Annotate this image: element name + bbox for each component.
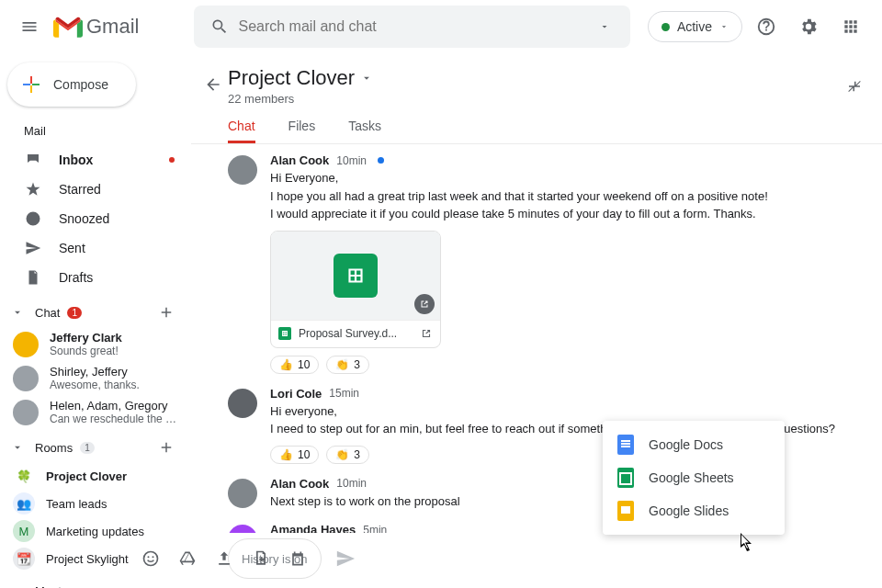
room-title[interactable]: Project Clover: [228, 66, 867, 90]
back-button[interactable]: [198, 70, 228, 99]
nav-item-starred[interactable]: Starred: [0, 175, 191, 204]
reaction-chip[interactable]: 👍10: [270, 446, 319, 464]
main-menu-button[interactable]: [7, 5, 51, 49]
calendar-button[interactable]: [284, 545, 311, 572]
main-panel: Project Clover 22 members ChatFilesTasks…: [191, 53, 882, 588]
svg-point-3: [152, 556, 153, 558]
plus-icon: [20, 74, 42, 96]
meet-section-header[interactable]: Meet: [0, 576, 191, 588]
avatar: [13, 400, 39, 425]
tab-chat[interactable]: Chat: [228, 111, 255, 143]
help-icon: [756, 17, 776, 37]
chevron-down-icon: [11, 584, 24, 588]
svg-point-2: [147, 556, 149, 558]
new-indicator-icon: [378, 157, 384, 164]
nav-item-inbox[interactable]: Inbox: [0, 145, 191, 175]
reaction-chip[interactable]: 👏3: [326, 446, 369, 464]
nav-item-drafts[interactable]: Drafts: [0, 263, 191, 292]
rooms-badge: 1: [80, 442, 95, 454]
apps-grid-icon: [842, 17, 860, 36]
logo-text: Gmail: [86, 15, 139, 39]
search-input[interactable]: [238, 18, 586, 35]
upload-button[interactable]: [210, 545, 238, 572]
message-author: Alan Cook: [270, 153, 329, 167]
docs-icon: [617, 435, 634, 455]
compose-button[interactable]: Compose: [7, 62, 136, 107]
popout-button[interactable]: [414, 294, 435, 314]
menu-item-slides[interactable]: Google Slides: [603, 494, 785, 527]
chat-conversation[interactable]: Jeffery ClarkSounds great!: [0, 327, 191, 361]
plus-icon: [158, 439, 175, 456]
send-button[interactable]: [327, 540, 364, 577]
starred-icon: [24, 181, 42, 198]
support-button[interactable]: [748, 8, 785, 45]
emoji-icon: [141, 549, 160, 568]
chevron-down-icon: [11, 306, 24, 319]
status-selector[interactable]: Active: [648, 11, 742, 42]
attachment-card[interactable]: Proposal Survey.d...: [270, 231, 441, 348]
reactions: 👍10👏3: [270, 356, 860, 374]
sheets-icon: [617, 468, 634, 488]
caret-down-icon: [360, 72, 373, 85]
room-avatar: M: [13, 520, 35, 542]
rooms-section-header[interactable]: Rooms 1: [0, 433, 191, 462]
chat-conversation[interactable]: Shirley, JefferyAwesome, thanks.: [0, 361, 191, 395]
room-item[interactable]: MMarketing updates: [0, 517, 191, 545]
sidebar: Compose Mail InboxStarredSnoozedSentDraf…: [0, 53, 191, 588]
tab-files[interactable]: Files: [288, 111, 316, 143]
settings-button[interactable]: [790, 8, 827, 45]
drive-icon: [178, 549, 197, 568]
drive-button[interactable]: [174, 545, 201, 572]
chat-conversation[interactable]: Helen, Adam, GregoryCan we reschedule th…: [0, 395, 191, 429]
arrow-left-icon: [204, 75, 222, 94]
send-icon: [335, 548, 356, 569]
menu-item-docs[interactable]: Google Docs: [603, 428, 785, 461]
emoji-button[interactable]: [137, 545, 164, 572]
caret-down-icon: [599, 21, 610, 32]
chat-section-header[interactable]: Chat 1: [0, 298, 191, 327]
room-item[interactable]: 🍀Project Clover: [0, 462, 191, 490]
room-item[interactable]: 👥Team leads: [0, 490, 191, 517]
message-text: Hi Everyone,I hope you all had a great t…: [270, 169, 860, 223]
unread-dot-icon: [169, 157, 175, 163]
room-member-count[interactable]: 22 members: [228, 92, 867, 106]
top-bar: Gmail Active: [0, 0, 882, 53]
message-author: Amanda Hayes: [270, 523, 356, 533]
gmail-logo[interactable]: Gmail: [53, 15, 139, 39]
nav-item-snoozed[interactable]: Snoozed: [0, 204, 191, 233]
new-chat-button[interactable]: [156, 302, 176, 322]
mail-section-header[interactable]: Mail: [0, 116, 191, 145]
room-avatar: 📆: [13, 548, 35, 570]
nav-item-sent[interactable]: Sent: [0, 233, 191, 263]
attachment-preview: [271, 232, 440, 320]
room-tabs: ChatFilesTasks: [191, 111, 882, 144]
reaction-chip[interactable]: 👍10: [270, 356, 319, 374]
search-options-button[interactable]: [586, 21, 623, 32]
sheets-logo-icon: [334, 254, 378, 298]
menu-item-sheets[interactable]: Google Sheets: [603, 461, 785, 494]
create-document-menu: Google DocsGoogle SheetsGoogle Slides: [603, 421, 785, 535]
drafts-icon: [24, 269, 42, 286]
hamburger-icon: [20, 17, 39, 36]
search-icon[interactable]: [201, 17, 238, 36]
slides-icon: [617, 501, 634, 521]
reaction-chip[interactable]: 👏3: [326, 356, 369, 374]
snoozed-icon: [24, 210, 42, 227]
chat-message: Alan Cook10minHi Everyone,I hope you all…: [228, 153, 860, 374]
apps-button[interactable]: [832, 8, 869, 45]
tab-tasks[interactable]: Tasks: [348, 111, 381, 143]
message-time: 15min: [329, 387, 359, 400]
open-external-button[interactable]: [420, 327, 433, 340]
message-time: 10min: [336, 477, 367, 490]
caret-down-icon: [719, 22, 729, 31]
avatar: [13, 366, 39, 391]
avatar: [228, 525, 257, 533]
sent-icon: [24, 240, 42, 256]
message-composer[interactable]: History is on: [228, 538, 322, 579]
create-doc-button[interactable]: [247, 545, 275, 572]
sheets-icon: [278, 327, 291, 340]
gmail-icon: [53, 16, 83, 38]
new-room-button[interactable]: [156, 437, 176, 458]
collapse-button[interactable]: [836, 68, 873, 105]
search-bar[interactable]: [194, 6, 630, 48]
